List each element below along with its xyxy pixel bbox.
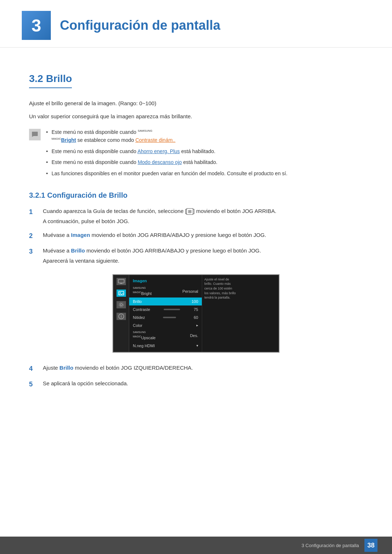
note-item-2: Este menú no está disponible cuando Ahor… (46, 147, 287, 155)
step-3: 3 Muévase a Brillo moviendo el botón JOG… (29, 246, 363, 265)
chapter-title: Configuración de pantalla (60, 18, 220, 33)
imagen-link: Imagen (71, 232, 90, 238)
monitor-icon-display (117, 278, 126, 285)
footer-page-number: 38 (364, 539, 377, 552)
monitor-info-text: Ajuste el nivel de brillo. Cuanto más ce… (204, 277, 236, 300)
description-2: Un valor superior conseguirá que la imag… (29, 112, 363, 121)
note-item-3: Este menú no está disponible cuando Modo… (46, 158, 287, 166)
brillo-link-step4: Brillo (60, 365, 73, 371)
subsection-heading: 3.2.1 Configuración de Brillo (29, 191, 363, 200)
monitor-sidebar: i (113, 275, 129, 352)
notes-container: Este menú no está disponible cuando SAMS… (29, 128, 363, 180)
svg-point-6 (120, 304, 122, 306)
monitor-main: Imagen SAMSUNGMAGICBright Personal Brill… (129, 275, 279, 352)
step-3-sub: Aparecerá la ventana siguiente. (43, 257, 363, 265)
menu-section-title: Imagen (129, 277, 202, 285)
contraste-link: Contraste dinám.. (135, 137, 176, 143)
brillo-link-step3: Brillo (71, 247, 85, 254)
chapter-number-box: 3 (22, 11, 51, 40)
step-4: 4 Ajuste Brillo moviendo el botón JOG IZ… (29, 364, 363, 374)
menu-item-nneg-hdmi: N.neg HDMI ▾ (129, 342, 202, 350)
nitidez-bar (163, 317, 176, 318)
menu-item-contraste: Contraste 75 (129, 305, 202, 313)
modo-descanso-link: Modo descanso ojo (138, 159, 181, 165)
menu-item-magicbright: SAMSUNGMAGICBright Personal (129, 285, 202, 297)
section-heading: 3.2 Brillo (29, 73, 72, 88)
menu-item-color: Color ▸ (129, 321, 202, 329)
svg-point-5 (119, 292, 121, 293)
description-1: Ajuste el brillo general de la imagen. (… (29, 99, 363, 108)
step-5: 5 Se aplicará la opción seleccionada. (29, 379, 363, 390)
chapter-header: 3 Configuración de pantalla (0, 0, 392, 48)
svg-rect-2 (118, 279, 124, 283)
chapter-number: 3 (32, 16, 41, 36)
brillo-bar (156, 301, 177, 302)
ahorro-link: Ahorro energ. Plus (138, 148, 180, 154)
monitor-icon-info: i (117, 313, 126, 320)
monitor-icon-gear (117, 301, 126, 308)
page-footer: 3 Configuración de pantalla 38 (0, 537, 392, 554)
magic-bright-link: Bright (61, 137, 76, 143)
step-2: 2 Muévase a Imagen moviendo el botón JOG… (29, 231, 363, 241)
contraste-bar (164, 309, 180, 310)
monitor-icon-image (117, 290, 126, 297)
menu-item-magicupscale: SAMSUNGMAGICUpscale Des. (129, 329, 202, 342)
footer-text: 3 Configuración de pantalla (302, 543, 359, 548)
main-content: 3.2 Brillo Ajuste el brillo general de l… (0, 62, 392, 427)
note-item-4: Las funciones disponibles en el monitor … (46, 169, 287, 177)
notes-list: Este menú no está disponible cuando SAMS… (46, 128, 287, 180)
step-1-sub: A continuación, pulse el botón JOG. (43, 217, 363, 226)
svg-text:i: i (121, 315, 122, 319)
note-icon (29, 129, 41, 140)
monitor-container: i Imagen SAMSUNGMAGICBright Personal Bri… (29, 274, 363, 353)
monitor-info-panel: Ajuste el nivel de brillo. Cuanto más ce… (202, 275, 238, 352)
monitor-screenshot: i Imagen SAMSUNGMAGICBright Personal Bri… (113, 274, 279, 353)
menu-item-brillo: Brillo 100 (129, 297, 202, 305)
svg-rect-3 (120, 283, 122, 284)
monitor-menu: Imagen SAMSUNGMAGICBright Personal Brill… (129, 275, 202, 352)
steps-list-2: 4 Ajuste Brillo moviendo el botón JOG IZ… (29, 364, 363, 390)
svg-rect-0 (32, 132, 38, 136)
note-item-1: Este menú no está disponible cuando SAMS… (46, 128, 287, 144)
svg-point-7 (119, 303, 123, 307)
step-1: 1 Cuando aparezca la Guía de teclas de f… (29, 207, 363, 226)
steps-list: 1 Cuando aparezca la Guía de teclas de f… (29, 207, 363, 265)
menu-item-nitidez: Nitidez 60 (129, 313, 202, 321)
